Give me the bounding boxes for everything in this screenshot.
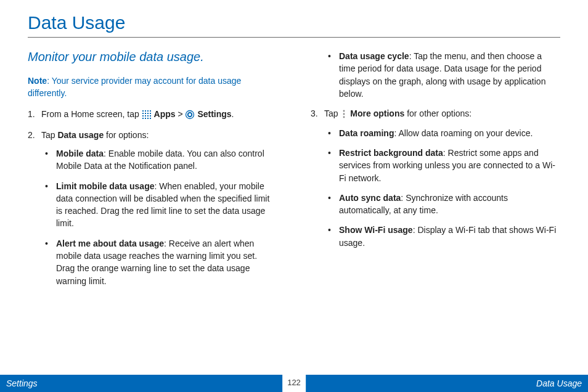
list-item: Data roaming: Allow data roaming on your… xyxy=(324,127,560,139)
bullet-bold: Limit mobile data usage xyxy=(56,181,154,191)
list-item: Alert me about data usage: Receive an al… xyxy=(41,237,277,287)
separator: > xyxy=(178,109,185,119)
page-number: 122 xyxy=(282,374,306,392)
svg-rect-11 xyxy=(150,115,151,116)
subtitle: Monitor your mobile data usage. xyxy=(28,50,277,64)
svg-rect-9 xyxy=(145,115,146,116)
step-post: for options: xyxy=(104,130,149,140)
list-item: Limit mobile data usage: When enabled, y… xyxy=(41,180,277,230)
svg-rect-6 xyxy=(147,113,149,114)
svg-rect-15 xyxy=(150,118,151,119)
step-1: 1. From a Home screen, tap Apps xyxy=(28,108,277,121)
step-bold: More options xyxy=(350,108,404,118)
svg-rect-0 xyxy=(142,110,144,112)
bullet-bold: Data usage cycle xyxy=(339,51,409,61)
step-2: 2. Tap Data usage for options: Mobile da… xyxy=(28,129,277,287)
more-options-icon xyxy=(340,108,348,120)
svg-rect-14 xyxy=(147,118,149,119)
svg-rect-3 xyxy=(150,110,151,112)
step-number: 3. xyxy=(311,107,318,120)
svg-rect-13 xyxy=(145,118,146,119)
svg-point-18 xyxy=(343,110,345,112)
note-body: : Your service provider may account for … xyxy=(28,76,241,98)
list-item: Restrict background data: Restrict some … xyxy=(324,147,560,184)
svg-rect-5 xyxy=(145,113,146,114)
bullet-bold: Alert me about data usage xyxy=(56,239,164,248)
apps-label: Apps xyxy=(154,109,176,119)
list-item: Auto sync data: Synchronize with account… xyxy=(324,192,560,217)
step-number: 2. xyxy=(28,129,35,141)
svg-point-17 xyxy=(188,113,192,116)
bullet-text: : Allow data roaming on your device. xyxy=(394,128,533,138)
step-3: 3. Tap More options for other options: D… xyxy=(311,107,560,249)
list-item: Data usage cycle: Tap the menu, and then… xyxy=(324,50,560,100)
list-item: Show Wi-Fi usage: Display a Wi-Fi tab th… xyxy=(324,224,560,249)
bullet-bold: Mobile data xyxy=(56,149,104,158)
svg-rect-7 xyxy=(150,113,151,114)
right-column: Data usage cycle: Tap the menu, and then… xyxy=(311,50,560,295)
apps-icon xyxy=(142,108,152,121)
svg-point-19 xyxy=(343,113,345,115)
bullet-bold: Restrict background data xyxy=(339,148,443,158)
step-text: Tap xyxy=(324,108,340,118)
step-text: Tap xyxy=(41,130,57,140)
step-text: From a Home screen, tap xyxy=(41,109,142,119)
footer-left: Settings xyxy=(6,378,38,388)
page-footer: Settings 122 Data Usage xyxy=(0,375,588,392)
note-text: Note: Your service provider may account … xyxy=(28,75,277,99)
step-number: 1. xyxy=(28,108,35,120)
bullet-bold: Data roaming xyxy=(339,128,394,138)
page-title: Data Usage xyxy=(28,12,560,38)
step-bold: Data usage xyxy=(57,130,104,140)
svg-rect-4 xyxy=(142,113,144,114)
svg-rect-8 xyxy=(142,115,144,116)
settings-icon xyxy=(185,108,195,121)
list-item: Mobile data: Enable mobile data. You can… xyxy=(41,147,277,173)
svg-rect-10 xyxy=(147,115,149,116)
bullet-bold: Auto sync data xyxy=(339,193,401,203)
settings-label: Settings xyxy=(197,109,231,119)
svg-point-20 xyxy=(343,116,345,118)
svg-rect-12 xyxy=(142,118,144,119)
footer-right: Data Usage xyxy=(536,378,582,388)
svg-rect-2 xyxy=(147,110,149,112)
step-post: for other options: xyxy=(404,108,472,118)
svg-rect-1 xyxy=(145,110,146,112)
left-column: Monitor your mobile data usage. Note: Yo… xyxy=(28,50,277,295)
bullet-bold: Show Wi-Fi usage xyxy=(339,225,413,235)
note-label: Note xyxy=(28,76,47,86)
svg-point-16 xyxy=(186,111,194,119)
step-post: . xyxy=(232,109,234,119)
